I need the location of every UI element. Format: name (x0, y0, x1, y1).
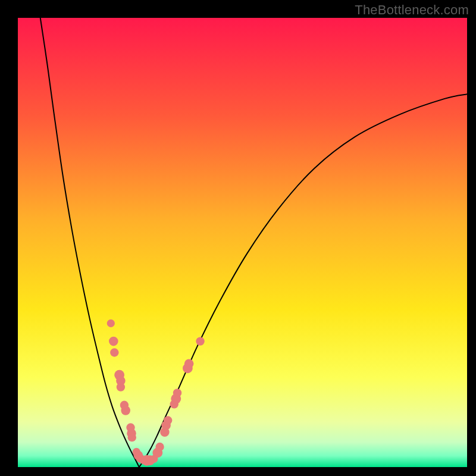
watermark-label: TheBottleneck.com (355, 2, 469, 18)
gradient-background (18, 18, 467, 467)
data-point (109, 337, 118, 346)
chart-svg (18, 18, 467, 467)
plot-area (18, 18, 467, 467)
data-point (173, 389, 181, 397)
data-point (117, 383, 125, 391)
data-point (196, 337, 204, 345)
data-point (155, 443, 164, 451)
data-point (164, 416, 172, 424)
data-point (110, 348, 118, 356)
data-point (184, 359, 194, 369)
data-point (107, 320, 115, 327)
data-point (121, 406, 130, 415)
chart-frame: TheBottleneck.com (0, 0, 476, 476)
data-point (128, 433, 136, 441)
